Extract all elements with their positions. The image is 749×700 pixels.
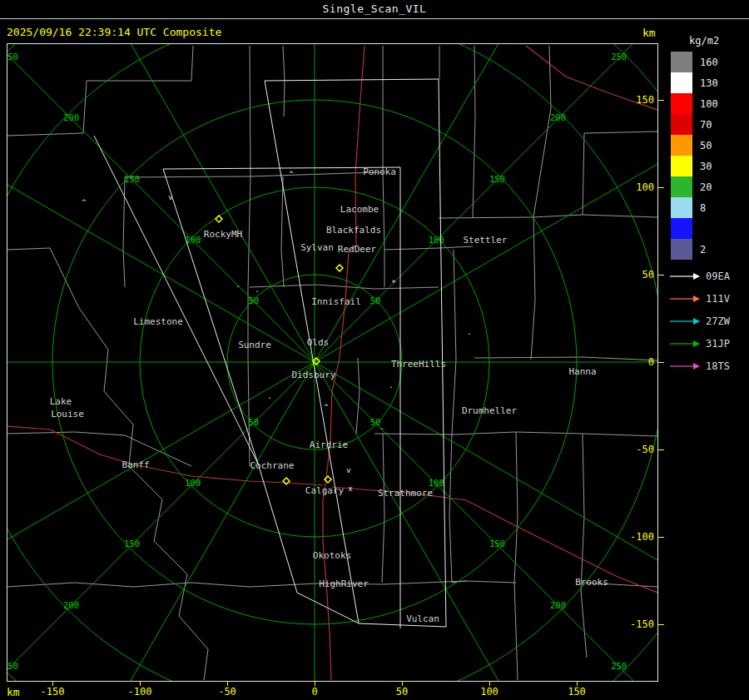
scale-entry: 8 (671, 197, 718, 218)
color-swatch (671, 156, 692, 176)
color-swatch (671, 239, 692, 260)
scale-entry: 50 (671, 135, 718, 156)
y-axis-tick (658, 275, 664, 276)
range-ring-label: 150 (124, 174, 140, 184)
color-swatch (671, 52, 692, 72)
range-ring-label: 100 (429, 235, 444, 245)
station-arrow-icon (669, 339, 701, 349)
scale-label: 30 (700, 161, 712, 172)
town-marker: . (467, 328, 471, 336)
radar-map-frame: 5050505010010010010015015015015020020020… (7, 43, 658, 682)
vil-color-scale: 1601301007050302082 (671, 52, 718, 260)
station-id: 31JP (706, 338, 730, 350)
range-ring-label: 150 (489, 539, 505, 549)
x-axis-label: 50 (384, 686, 420, 698)
scale-entry: 70 (671, 114, 718, 135)
y-axis-label: -100 (621, 531, 654, 543)
range-ring-label: 200 (550, 112, 566, 122)
city-labels: PonokaLacombeBlackfaldsSylvanRedDeerStet… (50, 166, 608, 624)
scale-entry: 160 (671, 52, 718, 72)
window-title: Single_Scan_VIL (323, 2, 427, 15)
color-swatch (671, 72, 692, 93)
x-axis-unit: km (7, 686, 20, 698)
station-legend: 09EA111V27ZW31JP18TS (669, 265, 730, 377)
station-id: 18TS (706, 360, 730, 372)
range-ring-label: 150 (124, 539, 140, 549)
city-label: Vulcan (406, 613, 439, 624)
station-arrow-icon (669, 294, 701, 304)
city-label: Stettler (464, 235, 508, 246)
range-ring-label: 250 (7, 52, 18, 62)
color-swatch (671, 135, 692, 156)
range-ring-labels: 5050505010010010010015015015015020020020… (7, 52, 627, 670)
range-ring-label: 200 (63, 600, 79, 610)
x-axis-label: -150 (34, 686, 71, 698)
x-axis-tick (52, 681, 53, 686)
y-axis-label: 150 (621, 94, 654, 106)
y-axis-tick (658, 537, 664, 538)
x-axis-tick (227, 681, 228, 686)
scale-entry (671, 218, 718, 239)
city-label: Calgary (305, 485, 345, 496)
city-label: Sundre (238, 340, 271, 350)
city-label: Okotoks (313, 550, 351, 561)
y-axis-label: -50 (621, 444, 654, 455)
scale-label: 130 (700, 77, 718, 89)
y-axis-tick (658, 362, 664, 363)
city-label: Cochrane (250, 460, 295, 471)
town-markers: ^v^..*...^.vx (82, 170, 471, 493)
title-divider (0, 18, 749, 19)
radar-site-marker[interactable] (283, 478, 290, 484)
y-axis-label: 50 (621, 269, 654, 280)
station-entry: 09EA (669, 265, 730, 287)
radar-map[interactable]: 5050505010010010010015015015015020020020… (7, 44, 657, 681)
station-entry: 18TS (669, 355, 730, 377)
color-swatch (671, 114, 692, 135)
town-marker: v (168, 193, 172, 201)
scale-label: 70 (700, 119, 712, 131)
x-axis-label: 100 (471, 686, 508, 698)
range-ring-label: 200 (550, 600, 566, 610)
range-ring-label: 250 (611, 661, 627, 671)
color-swatch (671, 176, 692, 197)
city-label: Lacombe (340, 204, 379, 215)
color-swatch (671, 218, 692, 239)
scale-title: kg/m2 (689, 35, 719, 47)
scale-entry: 130 (671, 72, 718, 93)
city-label: Brooks (575, 577, 608, 588)
scale-label: 160 (700, 57, 718, 68)
town-marker: ^ (289, 170, 294, 178)
scale-entry: 100 (671, 93, 718, 114)
range-ring-label: 100 (429, 478, 444, 488)
y-axis-unit: km (642, 27, 656, 39)
town-marker: ^ (82, 198, 87, 206)
city-label: Strathmore (378, 488, 433, 499)
y-axis-tick (658, 100, 664, 101)
y-axis-label: 0 (621, 356, 654, 368)
city-label: Airdrie (310, 439, 348, 450)
x-axis-label: 0 (296, 686, 333, 698)
x-axis-label: -50 (209, 686, 246, 698)
range-ring-label: 250 (7, 661, 18, 671)
y-axis-label: 100 (621, 181, 654, 193)
scale-entry: 2 (671, 239, 718, 260)
town-marker: . (267, 392, 271, 400)
station-id: 111V (706, 293, 730, 305)
y-axis-tick (658, 449, 664, 450)
station-entry: 27ZW (669, 310, 730, 332)
city-label: Sylvan (300, 242, 334, 253)
radar-site-marker[interactable] (216, 216, 222, 222)
city-label: Limestone (133, 316, 183, 327)
scale-entry: 30 (671, 156, 718, 176)
city-label: HighRiver (319, 578, 369, 589)
city-label: Banff (122, 459, 149, 470)
x-axis-tick (489, 681, 490, 686)
color-swatch (671, 93, 692, 114)
radar-site-marker[interactable] (336, 265, 343, 271)
station-entry: 31JP (669, 332, 730, 355)
scale-label: 100 (700, 98, 718, 110)
station-id: 09EA (706, 271, 730, 282)
city-label: Lake (50, 396, 72, 407)
x-axis-label: -100 (122, 686, 158, 698)
city-label: Blackfalds (326, 225, 381, 236)
